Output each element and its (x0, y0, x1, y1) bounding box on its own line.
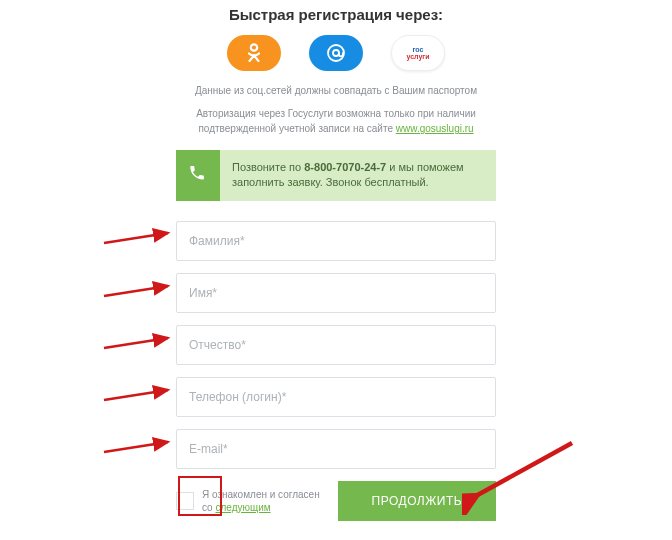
passport-note: Данные из соц.сетей должны совпадать с В… (176, 85, 496, 96)
gosuslugi-note: Авторизация через Госуслуги возможна тол… (176, 106, 496, 136)
social-ok-button[interactable] (227, 35, 281, 71)
annotation-arrow-icon (102, 384, 174, 406)
svg-line-7 (104, 442, 168, 452)
consent-block: Я ознакомлен и согласен со следующим (176, 488, 320, 514)
patronymic-field-wrapper (176, 325, 496, 365)
svg-point-0 (251, 44, 257, 50)
continue-button[interactable]: ПРОДОЛЖИТЬ (338, 481, 496, 521)
phone-field-wrapper (176, 377, 496, 417)
bottom-row: Я ознакомлен и согласен со следующим ПРО… (176, 481, 496, 521)
consent-checkbox[interactable] (176, 492, 194, 510)
annotation-arrow-icon (102, 332, 174, 354)
consent-link[interactable]: следующим (215, 502, 270, 513)
odnoklassniki-icon (246, 42, 262, 64)
svg-point-1 (328, 45, 344, 61)
patronymic-input[interactable] (189, 338, 483, 352)
lastname-field-wrapper (176, 221, 496, 261)
phone-input[interactable] (189, 390, 483, 404)
social-gosuslugi-button[interactable]: гос услуги (391, 35, 445, 71)
gosuslugi-link[interactable]: www.gosuslugi.ru (396, 123, 474, 134)
svg-line-3 (104, 233, 168, 243)
annotation-arrow-icon (102, 280, 174, 302)
svg-line-4 (104, 286, 168, 296)
consent-text: Я ознакомлен и согласен со следующим (202, 488, 320, 514)
page-title: Быстрая регистрация через: (176, 6, 496, 23)
social-buttons-row: гос услуги (176, 35, 496, 71)
svg-line-6 (104, 390, 168, 400)
annotation-arrow-icon (102, 436, 174, 458)
firstname-field-wrapper (176, 273, 496, 313)
call-hint-box: Позвоните по 8-800-7070-24-7 и мы поможе… (176, 150, 496, 201)
firstname-input[interactable] (189, 286, 483, 300)
email-field-wrapper (176, 429, 496, 469)
email-input[interactable] (189, 442, 483, 456)
svg-line-5 (104, 338, 168, 348)
lastname-input[interactable] (189, 234, 483, 248)
at-sign-icon (326, 43, 346, 63)
annotation-arrow-icon (102, 227, 174, 249)
social-mail-button[interactable] (309, 35, 363, 71)
phone-icon (188, 164, 206, 186)
gosuslugi-icon: гос услуги (406, 46, 429, 60)
